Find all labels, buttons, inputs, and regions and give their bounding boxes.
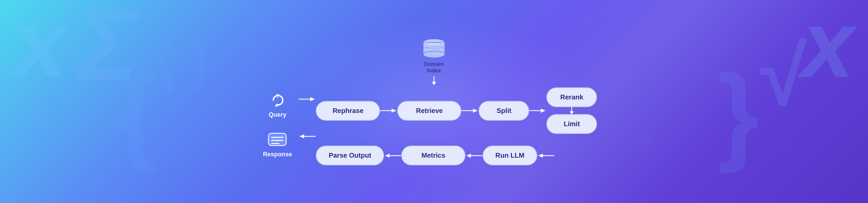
rerank-node[interactable]: Rerank bbox=[546, 87, 597, 107]
query-icon-circle: ? bbox=[265, 91, 289, 109]
db-section: DomainIndex bbox=[420, 38, 448, 87]
svg-marker-28 bbox=[466, 154, 471, 158]
svg-marker-30 bbox=[538, 154, 543, 158]
svg-marker-16 bbox=[299, 134, 304, 138]
query-icon: ? bbox=[267, 91, 288, 109]
arrow-split-rerank bbox=[529, 107, 546, 114]
svg-marker-18 bbox=[392, 109, 396, 113]
response-icon-circle bbox=[265, 131, 289, 149]
icon-arrows bbox=[299, 87, 316, 148]
deco-brace-left: { bbox=[115, 51, 158, 175]
arrow-retrieve-split bbox=[461, 107, 478, 114]
arrow-rerank-limit bbox=[568, 107, 576, 114]
response-block: Response bbox=[263, 131, 292, 155]
arrow-metrics-parse bbox=[384, 152, 401, 159]
svg-marker-20 bbox=[473, 109, 478, 113]
database-icon bbox=[420, 38, 448, 60]
parse-output-node[interactable]: Parse Output bbox=[316, 145, 384, 165]
svg-text:?: ? bbox=[276, 93, 280, 99]
deco-sigma: Σ bbox=[78, 0, 138, 104]
query-block: ? Query bbox=[265, 91, 289, 114]
bottom-flow-row: Parse Output Metrics bbox=[316, 145, 605, 165]
svg-marker-14 bbox=[310, 97, 315, 101]
split-node[interactable]: Split bbox=[478, 101, 529, 121]
top-flow-row: Rephrase Retrieve bbox=[316, 87, 605, 134]
bottom-row-spacer bbox=[554, 150, 605, 161]
rephrase-node[interactable]: Rephrase bbox=[316, 101, 380, 121]
main-rows: ? Query bbox=[263, 87, 605, 165]
response-label: Response bbox=[263, 151, 292, 158]
retrieve-node[interactable]: Retrieve bbox=[397, 101, 461, 121]
arrow-runllm-metrics bbox=[466, 152, 482, 159]
arrow-db-to-retrieve bbox=[430, 76, 438, 86]
response-icon bbox=[267, 131, 288, 149]
svg-marker-6 bbox=[432, 82, 436, 85]
arrow-query-to-rephrase bbox=[299, 96, 316, 103]
deco-bracket: ⟨ ⟩ bbox=[153, 27, 207, 98]
deco-x-left: x bbox=[14, 0, 66, 98]
query-label: Query bbox=[269, 111, 286, 118]
run-llm-node[interactable]: Run LLM bbox=[482, 145, 537, 165]
metrics-node[interactable]: Metrics bbox=[401, 145, 466, 165]
deco-x-right: x bbox=[802, 0, 854, 98]
background: x Σ ⟨ ⟩ ε { x √ } | DomainInd bbox=[0, 0, 868, 203]
svg-marker-7 bbox=[275, 104, 279, 107]
arrow-parse-to-response bbox=[299, 133, 316, 140]
arrow-rephrase-retrieve bbox=[380, 107, 397, 114]
deco-epsilon: ε bbox=[27, 68, 63, 153]
diagram-content: DomainIndex bbox=[263, 38, 605, 165]
left-icons-col: ? Query bbox=[263, 87, 292, 155]
flow-rows: Rephrase Retrieve bbox=[316, 87, 605, 165]
response-arrow-container bbox=[299, 125, 316, 148]
deco-brace-right: } bbox=[717, 51, 760, 175]
deco-vbar: | bbox=[629, 34, 658, 151]
svg-marker-22 bbox=[541, 109, 546, 113]
query-arrow-container bbox=[299, 87, 316, 111]
db-label: DomainIndex bbox=[424, 61, 444, 74]
limit-node[interactable]: Limit bbox=[546, 114, 597, 134]
arrow-limit-runllm bbox=[537, 152, 554, 159]
svg-marker-26 bbox=[385, 154, 390, 158]
rerank-limit-section: Rerank Limit bbox=[546, 87, 597, 134]
deco-sqrt: √ bbox=[761, 27, 807, 124]
domain-index-container: DomainIndex bbox=[420, 38, 448, 74]
